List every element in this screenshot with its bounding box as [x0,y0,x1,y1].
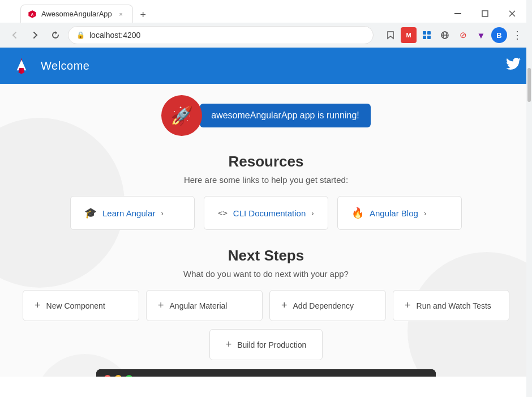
app-header-left: Welcome [11,56,90,76]
address-bar: 🔒 localhost:4200 M ⊘ ▼ B ⋮ [0,23,532,48]
extensions-icon[interactable]: M [401,27,417,43]
active-tab[interactable]: A AwesomeAngularApp × [20,5,133,23]
angular-material-label: Angular Material [170,301,228,310]
twitter-icon [506,58,521,74]
svg-marker-7 [55,31,57,35]
refresh-button[interactable] [48,27,63,43]
url-bar[interactable]: 🔒 localhost:4200 [68,26,374,44]
profile-icon[interactable] [419,27,435,43]
url-text: localhost:4200 [89,31,365,40]
angular-logo [11,56,32,76]
bookmark-icon[interactable] [383,27,398,43]
resources-subtitle: Here are some links to help you get star… [184,175,348,185]
svg-rect-4 [482,11,488,16]
next-steps-subtitle: What do you want to do next with your ap… [183,269,349,279]
tab-title: AwesomeAngularApp [41,10,112,18]
lock-icon: 🔒 [76,31,85,39]
blog-arrow: › [424,209,426,217]
banner-text: awesomeAngularApp app is running! [200,104,371,127]
run-watch-plus: + [405,300,411,311]
svg-rect-10 [423,36,426,39]
svg-text:A: A [31,12,34,16]
angular-blog-link[interactable]: Angular Blog [370,208,418,218]
rocket-icon: 🚀 [170,105,193,126]
rocket-banner: 🚀 awesomeAngularApp app is running! [161,95,371,136]
blog-icon: 🔥 [351,207,364,219]
learn-arrow: › [161,209,163,217]
steps-grid: + New Component + Angular Material + Add… [23,290,509,321]
resources-title: Resources [229,153,304,170]
cli-docs-link[interactable]: CLI Documentation [233,208,306,218]
build-plus: + [226,339,232,351]
tab-favicon: A [28,10,37,19]
terminal-close-dot [104,375,111,377]
new-component-label: New Component [46,301,105,310]
cli-icon: <> [218,208,228,217]
svg-rect-11 [427,36,431,39]
next-steps-section: Next Steps What do you want to do next w… [23,247,509,360]
new-component-card[interactable]: + New Component [23,290,139,321]
content-center: 🚀 awesomeAngularApp app is running! Reso… [0,84,532,377]
browser-chrome: A AwesomeAngularApp × + [0,0,532,48]
build-label: Build for Production [237,340,306,349]
svg-rect-8 [423,31,426,35]
svg-rect-9 [427,31,431,35]
angular-material-card[interactable]: + Angular Material [146,290,263,321]
vpn-icon[interactable]: ▼ [473,27,489,43]
adblock-icon[interactable]: ⊘ [455,27,471,43]
next-steps-title: Next Steps [228,247,304,264]
rocket-circle: 🚀 [161,95,202,136]
terminal-maximize-dot [126,375,132,377]
add-dependency-plus: + [281,300,288,311]
tab-close-button[interactable]: × [117,10,126,19]
new-tab-button[interactable]: + [135,7,151,23]
learn-angular-card[interactable]: 🎓 Learn Angular › [70,196,195,230]
minimize-button[interactable] [445,5,471,23]
terminal: ng generate component xyz [96,369,436,377]
globe-icon[interactable] [437,27,453,43]
toolbar-icons: M ⊘ ▼ B ⋮ [383,27,525,43]
run-watch-tests-card[interactable]: + Run and Watch Tests [393,290,509,321]
add-dependency-label: Add Dependency [293,301,354,310]
resources-grid: 🎓 Learn Angular › <> CLI Documentation ›… [23,196,509,230]
new-component-plus: + [35,300,41,311]
run-watch-label: Run and Watch Tests [417,301,491,310]
title-bar: A AwesomeAngularApp × + [0,0,532,23]
terminal-minimize-dot [115,375,122,377]
learn-angular-link[interactable]: Learn Angular [102,208,155,218]
angular-material-plus: + [158,300,164,311]
terminal-header [96,369,436,377]
user-avatar[interactable]: B [491,27,507,43]
back-button[interactable] [7,27,23,43]
svg-rect-3 [454,13,461,14]
cli-docs-card[interactable]: <> CLI Documentation › [204,196,328,230]
angular-blog-card[interactable]: 🔥 Angular Blog › [337,196,462,230]
menu-button[interactable]: ⋮ [509,27,525,43]
learn-icon: 🎓 [84,207,97,219]
app-header-title: Welcome [41,59,90,72]
app-container: Welcome 🚀 awesomeAngularApp app is runni… [0,48,532,377]
add-dependency-card[interactable]: + Add Dependency [269,290,386,321]
close-button[interactable] [499,5,525,23]
app-header: Welcome [0,48,532,84]
forward-button[interactable] [27,27,43,43]
app-content: 🚀 awesomeAngularApp app is running! Reso… [0,84,532,377]
cli-arrow: › [311,209,314,217]
window-controls-right [445,5,525,23]
build-production-card[interactable]: + Build for Production [209,329,323,360]
maximize-button[interactable] [472,5,498,23]
